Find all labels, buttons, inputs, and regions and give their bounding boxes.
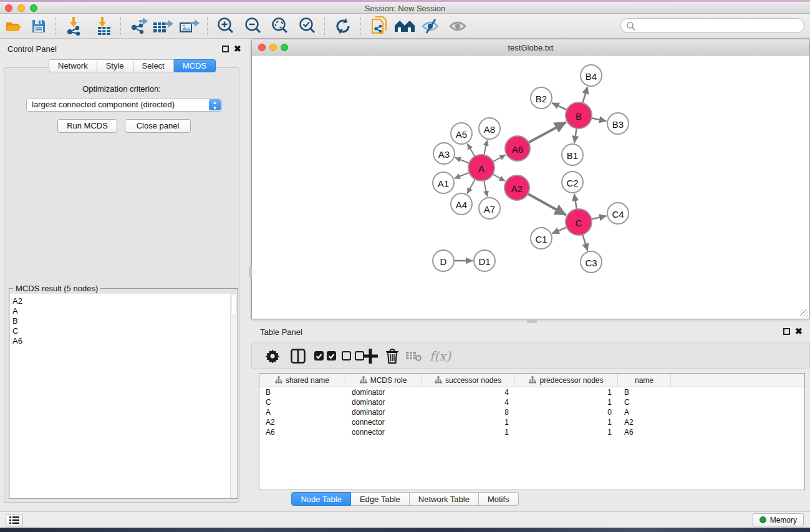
task-history-button[interactable] [6, 514, 23, 526]
table-row[interactable]: Adominator80A [259, 407, 804, 417]
save-session-button[interactable] [29, 16, 49, 36]
result-item[interactable]: A [12, 306, 231, 316]
first-neighbors-button[interactable] [393, 16, 417, 36]
tab-network[interactable]: Network [49, 59, 97, 72]
float-panel-icon[interactable] [783, 328, 790, 335]
result-list-scrollbar[interactable] [230, 294, 237, 498]
graph-edge-A-A2[interactable] [493, 174, 505, 181]
run-mcds-button[interactable]: Run MCDS [57, 119, 117, 133]
table-cell[interactable]: 4 [422, 397, 515, 407]
graph-edge-A-A7[interactable] [484, 181, 487, 197]
table-cell[interactable]: connector [345, 427, 422, 437]
graph-edge-A-A3[interactable] [455, 158, 470, 163]
import-table-button[interactable] [94, 16, 113, 36]
graph-edge-C-C1[interactable] [552, 227, 566, 233]
graph-edge-A-A4[interactable] [467, 179, 475, 193]
table-cell[interactable]: 4 [422, 387, 515, 397]
delete-column-button[interactable] [382, 346, 403, 366]
table-row[interactable]: Bdominator41B [259, 387, 804, 397]
column-header-successor-nodes[interactable]: successor nodes [422, 374, 515, 387]
table-cell[interactable]: A2 [259, 417, 345, 427]
mcds-result-list[interactable]: A2ABCA6 [10, 294, 231, 498]
table-row[interactable]: A6connector11A6 [259, 427, 804, 437]
network-hscroll-thumb[interactable] [527, 320, 537, 323]
network-window-titlebar[interactable]: testGlobe.txt [252, 39, 809, 56]
result-item[interactable]: A2 [12, 296, 231, 306]
tab-network-table[interactable]: Network Table [410, 492, 479, 506]
zoom-selected-button[interactable] [297, 16, 317, 36]
column-header-MCDS-role[interactable]: MCDS role [345, 374, 422, 387]
show-columns-button[interactable] [289, 346, 307, 366]
search-input[interactable] [620, 18, 804, 33]
resize-grip[interactable] [800, 309, 808, 317]
graph-edge-C-C4[interactable] [592, 216, 607, 219]
graph-edge-A6-B[interactable] [529, 122, 566, 143]
table-cell[interactable]: 1 [422, 417, 515, 427]
table-cell[interactable]: connector [345, 417, 422, 427]
table-settings-button[interactable] [264, 346, 281, 366]
table-cell[interactable]: A2 [618, 417, 671, 427]
graph-edge-A-A6[interactable] [493, 155, 506, 162]
graph-edge-B-B3[interactable] [592, 118, 607, 121]
refresh-layout-button[interactable] [333, 16, 353, 36]
graph-edge-A-A5[interactable] [468, 143, 475, 156]
table-cell[interactable]: 0 [515, 407, 618, 417]
close-panel-icon[interactable]: ✖ [234, 46, 241, 52]
table-cell[interactable]: B [618, 387, 671, 397]
zoom-out-button[interactable] [243, 16, 263, 36]
import-network-button[interactable] [64, 16, 84, 36]
export-table-button[interactable] [153, 16, 173, 36]
table-cell[interactable]: C [618, 397, 671, 407]
result-item[interactable]: C [12, 326, 231, 336]
tab-mcds[interactable]: MCDS [174, 59, 216, 72]
table-cell[interactable]: B [259, 387, 345, 397]
tab-select[interactable]: Select [133, 59, 174, 72]
table-cell[interactable]: 1 [515, 427, 618, 437]
table-cell[interactable]: 1 [515, 397, 618, 407]
table-cell[interactable]: 1 [515, 417, 618, 427]
network-canvas[interactable]: AA1A2A3A4A5A6A7A8BB1B2B3B4CC1C2C3C4DD1 [252, 56, 809, 319]
function-builder-button[interactable]: f(x) [428, 346, 453, 366]
delete-table-button[interactable] [403, 346, 425, 366]
show-hidden-button[interactable] [448, 16, 468, 36]
graph-edge-C-C3[interactable] [582, 235, 587, 251]
tab-style[interactable]: Style [97, 59, 133, 72]
select-all-columns-button[interactable] [313, 346, 338, 366]
table-row[interactable]: A2connector11A2 [259, 417, 804, 427]
tab-node-table[interactable]: Node Table [291, 492, 351, 506]
table-row[interactable]: Cdominator41C [259, 397, 804, 407]
graph-edge-B-B4[interactable] [582, 87, 587, 103]
table-cell[interactable]: A [259, 407, 345, 417]
network-graph[interactable]: AA1A2A3A4A5A6A7A8BB1B2B3B4CC1C2C3C4DD1 [252, 56, 809, 319]
new-network-from-selection-button[interactable] [369, 16, 389, 36]
column-header-predecessor-nodes[interactable]: predecessor nodes [515, 374, 618, 387]
close-panel-button[interactable]: Close panel [125, 119, 191, 133]
result-item[interactable]: B [12, 316, 231, 326]
table-cell[interactable]: A [618, 407, 671, 417]
result-item[interactable]: A6 [12, 336, 231, 346]
column-header-name[interactable]: name [618, 374, 671, 387]
graph-edge-B-B2[interactable] [552, 103, 567, 110]
table-cell[interactable]: A6 [618, 427, 671, 437]
graph-edge-A-A8[interactable] [484, 140, 487, 155]
table-cell[interactable]: A6 [259, 427, 345, 437]
table-cell[interactable]: 1 [515, 387, 618, 397]
table-cell[interactable]: C [259, 397, 345, 407]
table-cell[interactable]: dominator [345, 407, 422, 417]
table-cell[interactable]: dominator [345, 397, 422, 407]
graph-edge-B-B1[interactable] [574, 128, 577, 143]
export-network-button[interactable] [128, 16, 148, 36]
hide-selected-button[interactable] [420, 16, 440, 36]
criterion-select[interactable]: largest connected component (directed) ▲… [26, 98, 222, 112]
zoom-fit-button[interactable] [270, 16, 290, 36]
zoom-in-button[interactable] [216, 16, 236, 36]
create-column-button[interactable] [359, 346, 382, 366]
export-image-button[interactable] [180, 16, 200, 36]
close-panel-icon[interactable]: ✖ [795, 328, 803, 335]
graph-edge-A2-C[interactable] [528, 194, 566, 215]
graph-edge-C-C2[interactable] [574, 194, 577, 210]
open-session-button[interactable] [4, 16, 24, 36]
float-panel-icon[interactable] [222, 46, 229, 52]
table-cell[interactable]: 8 [422, 407, 515, 417]
column-header-shared-name[interactable]: shared name [259, 374, 345, 387]
